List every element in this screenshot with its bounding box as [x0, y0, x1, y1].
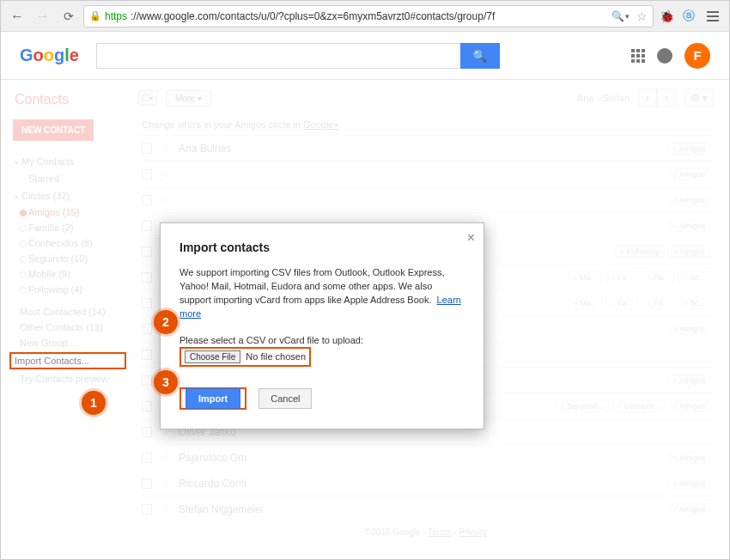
- contact-tags: ○ Amigos: [668, 374, 710, 387]
- contact-tags: ○ Mo...○ Fa...○ Fa...○ Sc...: [568, 297, 710, 309]
- app-title: Contacts: [15, 92, 126, 107]
- contact-row[interactable]: ☆Riccardo Conti○ Amigos: [138, 470, 714, 496]
- row-checkbox[interactable]: [142, 427, 152, 437]
- google-logo[interactable]: Google: [20, 46, 79, 65]
- contact-tags: ○ Siguiend...○ Connect...○ Amigos: [555, 400, 710, 412]
- sidebar-circle-item[interactable]: Seguindo (10): [9, 251, 126, 266]
- contact-row[interactable]: ☆Pajaroloco Gm○ Amigos: [138, 444, 714, 470]
- search-button[interactable]: 🔍: [460, 43, 500, 69]
- footer-privacy-link[interactable]: Privacy: [459, 527, 487, 537]
- contact-row[interactable]: ☆○ Amigos: [138, 161, 714, 186]
- sidebar-most-contacted[interactable]: Most Contacted (14): [9, 304, 126, 320]
- sidebar-circle-item[interactable]: Conhecidos (8): [9, 235, 126, 251]
- browser-toolbar: ← → ⟳ 🔒 https://www.google.com/contacts/…: [1, 1, 729, 32]
- contact-tags: ○ Amigos: [668, 168, 710, 180]
- import-button[interactable]: Import: [186, 388, 240, 409]
- contact-name: Ana Bulnes: [179, 143, 660, 155]
- file-select-label: Please select a CSV or vCard file to upl…: [179, 335, 465, 345]
- annotation-callout-2: 2: [154, 310, 178, 334]
- row-checkbox[interactable]: [142, 375, 152, 386]
- choose-file-button[interactable]: Choose File: [185, 350, 240, 363]
- footer-terms-link[interactable]: Terms: [428, 527, 451, 537]
- sidebar-new-group[interactable]: New Group...: [9, 335, 126, 350]
- contact-row[interactable]: ☆Stefan Niggemeier○ Amigos: [138, 496, 714, 521]
- star-icon[interactable]: ☆: [161, 503, 170, 515]
- star-icon[interactable]: ☆: [161, 478, 170, 490]
- star-icon[interactable]: ☆: [161, 143, 170, 155]
- contact-name: Riccardo Conti: [179, 478, 660, 490]
- chosen-file-label: No file chosen: [246, 351, 306, 362]
- sidebar-try-preview[interactable]: Try Contacts preview: [9, 371, 126, 387]
- row-checkbox[interactable]: [142, 401, 152, 411]
- page-footer: ©2016 Google - Terms - Privacy: [138, 521, 714, 542]
- row-checkbox[interactable]: [142, 143, 152, 154]
- sidebar-my-contacts[interactable]: My Contacts: [9, 153, 126, 170]
- row-checkbox[interactable]: [142, 221, 152, 231]
- search-input[interactable]: [96, 43, 460, 69]
- annotation-callout-1: 1: [82, 391, 106, 415]
- sidebar-other-contacts[interactable]: Other Contacts (13): [9, 320, 126, 335]
- extension-icon-2[interactable]: ⓐ: [679, 7, 698, 26]
- address-bar[interactable]: 🔒 https://www.google.com/contacts/u/0/?c…: [83, 5, 654, 27]
- file-input-row: Choose File No file chosen: [179, 347, 311, 367]
- apps-grid-icon[interactable]: [631, 49, 645, 63]
- star-icon[interactable]: ☆: [161, 194, 170, 206]
- dialog-close-button[interactable]: ×: [467, 230, 475, 246]
- browser-menu-icon[interactable]: [702, 5, 724, 27]
- row-checkbox[interactable]: [142, 247, 152, 257]
- notifications-icon[interactable]: [657, 48, 672, 64]
- new-contact-button[interactable]: NEW CONTACT: [13, 119, 94, 141]
- contact-row[interactable]: ☆Ana Bulnes○ Amigos: [138, 135, 714, 161]
- sidebar-circles[interactable]: Circles (32): [9, 187, 126, 204]
- pager-next[interactable]: ›: [657, 88, 676, 107]
- google-bar: Google 🔍 F: [1, 32, 729, 80]
- url-text: ://www.google.com/contacts/u/0/?cplus=0&…: [131, 10, 495, 22]
- bookmark-star-icon[interactable]: ☆: [636, 9, 648, 23]
- extension-icon-1[interactable]: 🐞: [657, 7, 676, 26]
- star-icon[interactable]: ☆: [161, 452, 170, 464]
- contact-tags: ○ Amigos: [668, 452, 710, 464]
- cancel-button[interactable]: Cancel: [259, 388, 312, 409]
- row-checkbox[interactable]: [142, 504, 152, 514]
- row-checkbox[interactable]: [142, 453, 152, 463]
- contact-tags: ○ Amigos: [668, 323, 710, 335]
- contact-name: Pajaroloco Gm: [179, 452, 660, 464]
- sidebar-circle-item[interactable]: Amigos (15): [9, 204, 126, 220]
- back-button[interactable]: ←: [6, 5, 28, 27]
- zoom-icon[interactable]: 🔍▾: [611, 10, 630, 22]
- sidebar-circle-item[interactable]: Mobile (9): [9, 266, 126, 282]
- contact-tags: ○ Amigos: [668, 194, 710, 206]
- dialog-title: Import contacts: [179, 240, 465, 254]
- row-checkbox[interactable]: [142, 195, 152, 205]
- google-plus-link[interactable]: Google+: [303, 119, 339, 130]
- annotation-callout-3: 3: [154, 370, 178, 394]
- row-checkbox[interactable]: [142, 298, 152, 308]
- more-menu-button[interactable]: More ▾: [166, 90, 211, 107]
- row-checkbox[interactable]: [142, 324, 152, 334]
- forward-button[interactable]: →: [32, 5, 54, 27]
- pager: ‹ ›: [638, 88, 676, 107]
- select-all-checkbox[interactable]: ▾: [138, 90, 157, 106]
- row-checkbox[interactable]: [142, 478, 152, 489]
- reload-button[interactable]: ⟳: [58, 5, 80, 27]
- contact-tags: ○ Amigos: [668, 143, 710, 155]
- account-avatar[interactable]: F: [684, 43, 710, 69]
- row-checkbox[interactable]: [142, 272, 152, 283]
- sidebar: Contacts NEW CONTACT My Contacts Starred…: [1, 80, 130, 559]
- row-checkbox[interactable]: [142, 350, 152, 360]
- row-checkbox[interactable]: [142, 169, 152, 180]
- star-icon[interactable]: ☆: [161, 168, 170, 180]
- pager-prev[interactable]: ‹: [638, 88, 657, 107]
- sidebar-circle-item[interactable]: Following (4): [9, 282, 126, 297]
- dialog-body-text: We support importing CSV files from Outl…: [179, 266, 465, 321]
- sidebar-circle-item[interactable]: Família (2): [9, 220, 126, 235]
- list-toolbar: ▾ More ▾ Ana - Stefan ‹ › ⚙ ▾: [138, 83, 714, 113]
- sidebar-starred[interactable]: Starred: [9, 170, 126, 187]
- search-icon: 🔍: [472, 49, 487, 63]
- contact-row[interactable]: ☆○ Amigos: [138, 186, 714, 212]
- contact-tags: ○ Mo...○ Fa...○ Fa...○ Sc...: [568, 271, 710, 283]
- settings-gear-button[interactable]: ⚙ ▾: [684, 88, 714, 107]
- url-scheme: https: [105, 10, 127, 22]
- circle-hint: Change who's in your Amigos circle in Go…: [142, 119, 714, 130]
- sidebar-import-contacts[interactable]: Import Contacts...: [9, 352, 126, 369]
